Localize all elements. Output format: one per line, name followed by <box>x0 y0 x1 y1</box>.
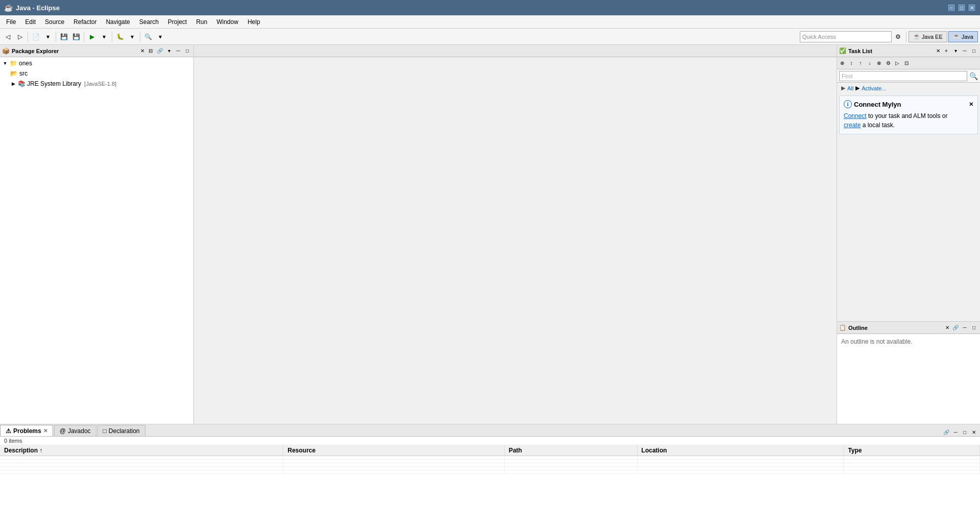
bottom-panel-controls: 🔗 ─ □ ✕ <box>940 428 980 436</box>
col-path[interactable]: Path <box>504 445 637 456</box>
view-menu-icon[interactable]: ▾ <box>165 47 173 55</box>
table-row <box>0 460 980 463</box>
task-tb-btn2[interactable]: ↕ <box>847 59 855 67</box>
find-search-icon[interactable]: 🔍 <box>969 72 978 80</box>
task-tb-btn5[interactable]: ⊗ <box>875 59 883 67</box>
menu-project[interactable]: Project <box>164 17 191 27</box>
minimize-button[interactable]: − <box>947 4 955 12</box>
settings-button[interactable]: ⚙ <box>893 31 904 42</box>
task-tb-btn6[interactable]: ⚙ <box>884 59 892 67</box>
save-all-button[interactable]: 💾 <box>70 31 82 42</box>
tab-javadoc[interactable]: @ Javadoc <box>54 425 96 436</box>
outline-panel: 📋 Outline ✕ 🔗 ─ □ An outline is not avai… <box>837 322 980 424</box>
declaration-icon: □ <box>103 427 107 435</box>
task-minimize-icon[interactable]: ─ <box>961 47 969 55</box>
java-ee-icon: ☕ <box>913 33 920 40</box>
col-type[interactable]: Type <box>844 445 980 456</box>
back-button[interactable]: ◁ <box>2 31 13 42</box>
task-tb-btn3[interactable]: ↑ <box>856 59 865 67</box>
debug-button[interactable]: 🐛 <box>114 31 126 42</box>
problems-table-area: Description ↑ Resource Path Location Typ… <box>0 445 980 526</box>
outline-minimize-icon[interactable]: ─ <box>961 324 969 332</box>
task-tb-btn8[interactable]: ⊡ <box>902 59 911 67</box>
save-button[interactable]: 💾 <box>58 31 69 42</box>
app-title: Java - Eclipse <box>16 4 944 12</box>
problems-icon: ⚠ <box>6 427 11 435</box>
minimize-panel-icon[interactable]: ─ <box>174 47 182 55</box>
mylyn-title-text: Connect Mylyn <box>854 101 901 108</box>
run-button[interactable]: ▶ <box>86 31 97 42</box>
new-task-icon[interactable]: + <box>942 47 950 55</box>
mylyn-info-icon: i <box>844 100 852 108</box>
task-toolbar: ⊕ ↕ ↑ ↓ ⊗ ⚙ ▷ ⊡ <box>837 57 980 69</box>
menu-navigate[interactable]: Navigate <box>102 17 134 27</box>
task-maximize-icon[interactable]: □ <box>970 47 978 55</box>
perspective-java-ee[interactable]: ☕ Java EE <box>909 31 947 42</box>
debug-dropdown[interactable]: ▾ <box>127 31 138 42</box>
search-button[interactable]: 🔍 <box>142 31 154 42</box>
close-tasklist-icon[interactable]: ✕ <box>936 48 940 54</box>
new-button[interactable]: 📄 <box>30 31 41 42</box>
expand-ones-icon[interactable]: ▼ <box>2 60 8 66</box>
tree-item-project-ones[interactable]: ▼ 📁 ones <box>0 58 193 68</box>
src-folder-icon: 📂 <box>10 70 18 77</box>
task-tb-btn4[interactable]: ↓ <box>866 59 874 67</box>
menu-search[interactable]: Search <box>135 17 163 27</box>
task-tb-btn1[interactable]: ⊕ <box>838 59 846 67</box>
mylyn-text1: to your task and ALM tools or <box>867 112 948 119</box>
close-button[interactable]: ✕ <box>968 4 976 12</box>
tree-item-src[interactable]: 📂 src <box>0 68 193 79</box>
perspective-java[interactable]: ☕ Java <box>948 31 978 42</box>
close-explorer-icon[interactable]: ✕ <box>140 48 144 54</box>
search-dropdown[interactable]: ▾ <box>155 31 166 42</box>
item-count: 0 items <box>4 438 22 444</box>
task-filter-icon[interactable]: ▾ <box>951 47 960 55</box>
task-tb-btn7[interactable]: ▷ <box>893 59 901 67</box>
bottom-close-icon[interactable]: ✕ <box>970 428 978 436</box>
find-input[interactable]: Find <box>839 71 967 81</box>
mylyn-close-button[interactable]: ✕ <box>969 101 973 108</box>
package-explorer-title: Package Explorer <box>12 48 138 54</box>
menu-file[interactable]: File <box>2 17 20 27</box>
menu-source[interactable]: Source <box>41 17 68 27</box>
expand-jre-icon[interactable]: ▶ <box>10 81 16 87</box>
tree-item-jre[interactable]: ▶ 📚 JRE System Library [JavaSE-1.8] <box>0 79 193 89</box>
quick-access-input[interactable]: Quick Access <box>800 31 892 42</box>
task-filter-row: ▶ All ▶ Activate... <box>837 83 980 93</box>
collapse-all-icon[interactable]: ⊟ <box>146 47 155 55</box>
mylyn-create-link[interactable]: create <box>844 122 861 129</box>
src-label: src <box>19 70 28 77</box>
maximize-button[interactable]: □ <box>958 4 966 12</box>
bottom-link-icon[interactable]: 🔗 <box>942 428 950 436</box>
task-expand-icon[interactable]: ▶ <box>841 85 845 91</box>
mylyn-connect-link[interactable]: Connect <box>844 112 867 119</box>
link-editor-icon[interactable]: 🔗 <box>156 47 164 55</box>
col-location[interactable]: Location <box>637 445 844 456</box>
maximize-panel-icon[interactable]: □ <box>183 47 191 55</box>
menu-refactor[interactable]: Refactor <box>69 17 101 27</box>
menu-edit[interactable]: Edit <box>21 17 40 27</box>
menu-help[interactable]: Help <box>243 17 264 27</box>
new-dropdown[interactable]: ▾ <box>42 31 54 42</box>
close-problems-tab[interactable]: ✕ <box>43 428 47 434</box>
col-description[interactable]: Description ↑ <box>0 445 283 456</box>
menu-window[interactable]: Window <box>212 17 242 27</box>
bottom-maximize-icon[interactable]: □ <box>961 428 969 436</box>
outline-link-icon[interactable]: 🔗 <box>951 324 960 332</box>
javadoc-icon: @ <box>60 427 66 435</box>
bottom-minimize-icon[interactable]: ─ <box>951 428 960 436</box>
run-dropdown[interactable]: ▾ <box>99 31 110 42</box>
close-outline-icon[interactable]: ✕ <box>945 325 949 330</box>
tab-declaration[interactable]: □ Declaration <box>97 425 145 436</box>
forward-button[interactable]: ▷ <box>14 31 26 42</box>
col-resource[interactable]: Resource <box>283 445 504 456</box>
task-activate-label[interactable]: Activate... <box>862 85 886 91</box>
toolbar-sep-1 <box>28 32 28 42</box>
bottom-tabs: ⚠ Problems ✕ @ Javadoc □ Declaration 🔗 ─… <box>0 424 980 437</box>
jre-version: [JavaSE-1.8] <box>83 81 116 87</box>
table-row <box>0 463 980 467</box>
task-all-label[interactable]: All <box>847 85 853 91</box>
outline-maximize-icon[interactable]: □ <box>970 324 978 332</box>
tab-problems[interactable]: ⚠ Problems ✕ <box>0 425 53 436</box>
menu-run[interactable]: Run <box>192 17 211 27</box>
